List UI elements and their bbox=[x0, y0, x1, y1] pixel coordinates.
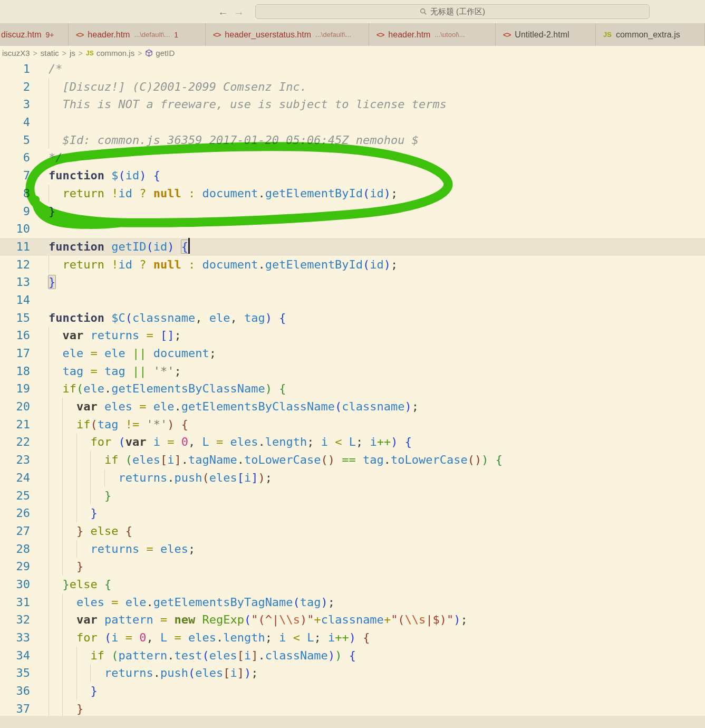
line-number: 26 bbox=[0, 504, 30, 522]
html-file-icon: <> bbox=[503, 31, 510, 39]
indent-guide bbox=[49, 647, 90, 665]
code-line-content: for (var i = 0, L = eles.length; i < L; … bbox=[30, 433, 412, 451]
indent-guide bbox=[49, 629, 76, 647]
code-line-30[interactable]: 30}else { bbox=[0, 576, 705, 593]
indent-guide bbox=[49, 131, 62, 149]
code-line-28[interactable]: 28returns = eles; bbox=[0, 540, 705, 558]
indent-guide bbox=[49, 433, 90, 451]
breadcrumb-item-getid[interactable]: getID bbox=[144, 49, 176, 58]
vscode-window: { "titlebar": { "back_arrow": "←", "forw… bbox=[0, 0, 705, 728]
tab-header-userstatus-htm[interactable]: <>header_userstatus.htm...\default\... bbox=[206, 23, 369, 46]
code-line-32[interactable]: 32var pattern = new RegExp("(^|\\s)"+cla… bbox=[0, 611, 705, 629]
code-editor[interactable]: 1/*2[Discuz!] (C)2001-2099 Comsenz Inc.3… bbox=[0, 60, 705, 717]
indent-guide bbox=[49, 416, 76, 434]
indent-guide bbox=[49, 362, 62, 380]
breadcrumb-item-iscuzx3[interactable]: iscuzX3 bbox=[1, 49, 31, 58]
code-line-content: var returns = []; bbox=[30, 327, 181, 344]
code-line-1[interactable]: 1/* bbox=[0, 60, 705, 78]
tab-header-htm[interactable]: <>header.htm...\default\...1 bbox=[69, 23, 206, 46]
code-line-31[interactable]: 31eles = ele.getElementsByTagName(tag); bbox=[0, 593, 705, 611]
code-line-36[interactable]: 36} bbox=[0, 682, 705, 700]
code-line-11[interactable]: 11function getID(id) { bbox=[0, 238, 705, 256]
code-line-20[interactable]: 20var eles = ele.getElementsByClassName(… bbox=[0, 398, 705, 416]
line-number: 4 bbox=[0, 113, 30, 131]
code-line-14[interactable]: 14 bbox=[0, 291, 705, 309]
code-line-9[interactable]: 9} bbox=[0, 203, 705, 221]
indent-guide bbox=[49, 504, 90, 522]
line-number: 24 bbox=[0, 469, 30, 487]
code-line-34[interactable]: 34if (pattern.test(eles[i].className)) { bbox=[0, 647, 705, 665]
breadcrumb-item-js[interactable]: js bbox=[69, 49, 76, 58]
line-number: 30 bbox=[0, 576, 30, 593]
line-number: 7 bbox=[0, 167, 30, 185]
line-number: 33 bbox=[0, 629, 30, 647]
indent-guide bbox=[49, 185, 62, 203]
code-line-7[interactable]: 7function $(id) { bbox=[0, 167, 705, 185]
html-file-icon: <> bbox=[376, 31, 384, 39]
tab-untitled-2-html[interactable]: <>Untitled-2.html bbox=[496, 23, 596, 46]
line-number: 25 bbox=[0, 487, 30, 505]
nav-back-icon[interactable]: ← bbox=[218, 6, 228, 17]
code-line-15[interactable]: 15function $C(classname, ele, tag) { bbox=[0, 309, 705, 327]
code-line-27[interactable]: 27} else { bbox=[0, 522, 705, 540]
code-line-content: } bbox=[30, 682, 98, 700]
indent-guide bbox=[49, 113, 62, 131]
line-number: 10 bbox=[0, 220, 30, 238]
code-line-35[interactable]: 35returns.push(eles[i]); bbox=[0, 664, 705, 682]
code-line-23[interactable]: 23if (eles[i].tagName.toLowerCase() == t… bbox=[0, 451, 705, 469]
code-line-6[interactable]: 6*/ bbox=[0, 149, 705, 167]
code-line-content: for (i = 0, L = eles.length; i < L; i++)… bbox=[30, 629, 370, 647]
code-line-25[interactable]: 25} bbox=[0, 487, 705, 505]
code-line-19[interactable]: 19if(ele.getElementsByClassName) { bbox=[0, 380, 705, 398]
indent-guide bbox=[49, 469, 118, 487]
indent-guide bbox=[49, 700, 76, 718]
tab-header-htm[interactable]: <>header.htm...\utool\... bbox=[369, 23, 496, 46]
javascript-file-icon: JS bbox=[603, 31, 612, 39]
code-line-10[interactable]: 10 bbox=[0, 220, 705, 238]
indent-guide bbox=[49, 78, 62, 96]
code-line-12[interactable]: 12return !id ? null : document.getElemen… bbox=[0, 256, 705, 274]
code-line-content: } else { bbox=[30, 522, 132, 540]
indent-guide bbox=[49, 487, 104, 505]
code-line-26[interactable]: 26} bbox=[0, 504, 705, 522]
indent-guide bbox=[49, 611, 76, 629]
code-line-4[interactable]: 4 bbox=[0, 113, 705, 131]
code-line-8[interactable]: 8return !id ? null : document.getElement… bbox=[0, 185, 705, 203]
code-line-21[interactable]: 21if(tag != '*') { bbox=[0, 416, 705, 434]
symbol-function-icon bbox=[145, 49, 153, 57]
code-line-5[interactable]: 5$Id: common.js 36359 2017-01-20 05:06:4… bbox=[0, 131, 705, 149]
indent-guide bbox=[49, 682, 90, 700]
code-line-content: /* bbox=[30, 60, 63, 78]
tab-label: header_userstatus.htm bbox=[225, 30, 311, 40]
breadcrumb-item-static[interactable]: static bbox=[40, 49, 60, 58]
code-line-17[interactable]: 17ele = ele || document; bbox=[0, 344, 705, 362]
code-line-18[interactable]: 18tag = tag || '*'; bbox=[0, 362, 705, 380]
code-line-22[interactable]: 22for (var i = 0, L = eles.length; i < L… bbox=[0, 433, 705, 451]
code-line-content: } bbox=[30, 700, 83, 718]
indent-guide bbox=[49, 451, 104, 469]
breadcrumb-item-common-js[interactable]: JScommon.js bbox=[85, 49, 136, 58]
tab-label: header.htm bbox=[88, 30, 130, 40]
code-line-37[interactable]: 37} bbox=[0, 700, 705, 718]
code-line-content: function $(id) { bbox=[30, 167, 160, 185]
code-line-13[interactable]: 13} bbox=[0, 273, 705, 291]
code-line-content: returns = eles; bbox=[30, 540, 195, 558]
nav-forward-icon[interactable]: → bbox=[234, 6, 244, 17]
code-line-33[interactable]: 33for (i = 0, L = eles.length; i < L; i+… bbox=[0, 629, 705, 647]
tab-common-extra-js[interactable]: JScommon_extra.js bbox=[596, 23, 705, 46]
code-line-content: function getID(id) { bbox=[30, 238, 190, 256]
code-line-16[interactable]: 16var returns = []; bbox=[0, 327, 705, 344]
tab-discuz-htm[interactable]: discuz.htm9+ bbox=[0, 23, 69, 46]
code-line-3[interactable]: 3This is NOT a freeware, use is subject … bbox=[0, 95, 705, 113]
code-line-29[interactable]: 29} bbox=[0, 558, 705, 576]
tab-badge: 9+ bbox=[45, 31, 54, 39]
code-line-24[interactable]: 24returns.push(eles[i]); bbox=[0, 469, 705, 487]
line-number: 18 bbox=[0, 362, 30, 380]
code-line-content: ele = ele || document; bbox=[30, 344, 216, 362]
line-number: 17 bbox=[0, 344, 30, 362]
line-number: 9 bbox=[0, 203, 30, 221]
command-center-search[interactable]: 无标题 (工作区) bbox=[255, 4, 650, 19]
code-line-content: returns.push(eles[i]); bbox=[30, 469, 272, 487]
tab-path-hint: ...\default\... bbox=[315, 31, 351, 39]
code-line-2[interactable]: 2[Discuz!] (C)2001-2099 Comsenz Inc. bbox=[0, 78, 705, 96]
